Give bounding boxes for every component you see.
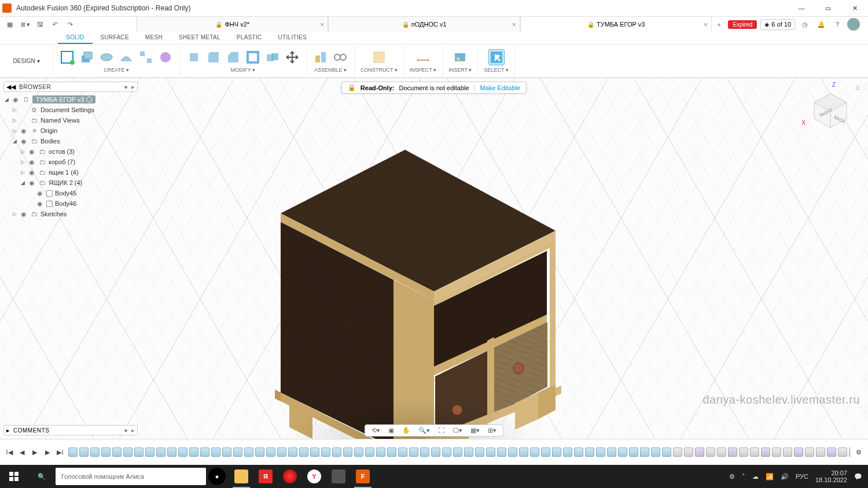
- ribbon-label-construct[interactable]: CONSTRUCT ▾: [361, 67, 398, 73]
- timeline-feature[interactable]: [343, 448, 352, 457]
- timeline-feature[interactable]: [640, 448, 649, 457]
- clock-date[interactable]: 18.10.2022: [815, 476, 847, 483]
- timeline-feature[interactable]: [420, 448, 429, 457]
- comments-panel-header[interactable]: ▸ COMMENTS ● ▸: [3, 425, 138, 435]
- browser-header[interactable]: ◀◀ BROWSER ● ▸: [3, 82, 138, 92]
- tree-item[interactable]: ◢◉🗀Bodies: [3, 136, 138, 146]
- lookat-button[interactable]: ▣: [387, 427, 396, 434]
- timeline-feature[interactable]: [508, 448, 517, 457]
- timeline-feature[interactable]: [266, 448, 275, 457]
- timeline-next-button[interactable]: ▶: [43, 448, 52, 457]
- assemble-button[interactable]: [312, 49, 329, 65]
- timeline-feature[interactable]: [497, 448, 506, 457]
- tab-mesh[interactable]: MESH: [137, 32, 171, 44]
- timeline-feature[interactable]: [816, 448, 825, 457]
- viewcube[interactable]: RIGHT BACK: [810, 90, 851, 130]
- timeline-feature[interactable]: [838, 448, 847, 457]
- timeline-feature[interactable]: [90, 448, 100, 457]
- arrow-icon[interactable]: ▸: [131, 427, 135, 434]
- insert-button[interactable]: [452, 49, 468, 65]
- timeline-play-button[interactable]: ▶: [30, 448, 39, 457]
- timeline-feature[interactable]: [750, 448, 759, 457]
- timeline-feature[interactable]: [695, 448, 704, 457]
- timeline-feature[interactable]: [574, 448, 583, 457]
- timeline-feature[interactable]: [673, 448, 682, 457]
- close-icon[interactable]: ×: [320, 20, 325, 29]
- close-icon[interactable]: ×: [704, 20, 708, 29]
- timeline-feature[interactable]: [123, 448, 133, 457]
- clock-time[interactable]: 20:07: [815, 469, 847, 476]
- ribbon-label-create[interactable]: CREATE ▾: [104, 67, 128, 73]
- tree-item[interactable]: ▷◉🗀ящик 1 (4): [3, 167, 138, 178]
- tree-item[interactable]: ◉Body46: [3, 198, 138, 209]
- timeline-feature[interactable]: [189, 448, 198, 457]
- timeline-feature[interactable]: [365, 448, 374, 457]
- timeline-feature[interactable]: [222, 448, 231, 457]
- loft-button[interactable]: [118, 49, 134, 65]
- make-editable-link[interactable]: Make Editable: [480, 84, 520, 91]
- timeline-feature[interactable]: [607, 448, 616, 457]
- timeline-feature[interactable]: [563, 448, 572, 457]
- ribbon-label-assemble[interactable]: ASSEMBLE ▾: [314, 67, 347, 73]
- timeline-feature[interactable]: [706, 448, 715, 457]
- mic-icon[interactable]: ●: [208, 468, 226, 485]
- arrow-icon[interactable]: ▸: [131, 83, 135, 91]
- tree-item[interactable]: ▷⚙Document Settings: [3, 105, 138, 115]
- viewcube-home-icon[interactable]: ⌂: [855, 83, 860, 91]
- tab-surface[interactable]: SURFACE: [93, 32, 137, 44]
- timeline-feature[interactable]: [442, 448, 451, 457]
- save-button[interactable]: 🖫: [34, 18, 46, 31]
- timeline-feature[interactable]: [761, 448, 770, 457]
- timeline-feature[interactable]: [167, 448, 176, 457]
- file-menu-button[interactable]: 🗎▾: [19, 18, 31, 31]
- tab-sheetmetal[interactable]: SHEET METAL: [171, 32, 229, 44]
- timeline-feature[interactable]: [464, 448, 473, 457]
- timeline-feature[interactable]: [134, 448, 144, 457]
- new-document-button[interactable]: ＋: [712, 17, 726, 32]
- taskbar-app-yandex[interactable]: Я: [253, 465, 278, 488]
- doc-tab-0[interactable]: 🔒 ФНЧ v2* ×: [137, 17, 328, 32]
- timeline-feature[interactable]: [321, 448, 330, 457]
- timeline-feature[interactable]: [145, 448, 155, 457]
- ribbon-label-inspect[interactable]: INSPECT ▾: [410, 67, 436, 73]
- tree-item[interactable]: ▷◉✳Origin: [3, 125, 138, 136]
- timeline-feature[interactable]: [376, 448, 385, 457]
- shell-button[interactable]: [245, 49, 261, 65]
- inspect-button[interactable]: [415, 49, 431, 65]
- timeline-feature[interactable]: [211, 448, 220, 457]
- doc-tab-1[interactable]: 🔒 пОДНОС v1 ×: [328, 17, 520, 32]
- move-button[interactable]: [284, 49, 300, 65]
- emboss-button[interactable]: [157, 49, 174, 65]
- joint-button[interactable]: [332, 49, 348, 65]
- taskbar-app-opera[interactable]: [278, 465, 302, 488]
- pattern-button[interactable]: [138, 49, 154, 65]
- display-button[interactable]: 🖵▾: [451, 427, 464, 434]
- notifications-button[interactable]: 🔔: [815, 18, 827, 31]
- timeline-prev-button[interactable]: ◀: [17, 448, 27, 457]
- timeline-feature[interactable]: [453, 448, 462, 457]
- help-button[interactable]: ?: [831, 18, 844, 31]
- timeline-feature[interactable]: [827, 448, 836, 457]
- timeline-feature[interactable]: [530, 448, 539, 457]
- timeline-feature[interactable]: [662, 448, 671, 457]
- select-button[interactable]: [488, 49, 505, 65]
- combine-button[interactable]: [264, 49, 281, 65]
- taskbar-app-game[interactable]: [326, 465, 351, 488]
- timeline-feature[interactable]: [805, 448, 814, 457]
- timeline-feature[interactable]: [684, 448, 693, 457]
- tree-item[interactable]: ◢◉🗀ЯЩИК 2 (4): [3, 178, 138, 188]
- tree-item[interactable]: ▷◉🗀Sketches: [3, 209, 138, 219]
- design-count-badge[interactable]: ◈ 6 of 10: [760, 19, 795, 30]
- ribbon-label-insert[interactable]: INSERT ▾: [448, 67, 472, 73]
- window-minimize-button[interactable]: —: [788, 0, 815, 17]
- timeline-feature[interactable]: [409, 448, 418, 457]
- viewport-button[interactable]: ⊞▾: [486, 427, 498, 434]
- presspull-button[interactable]: [186, 49, 202, 65]
- fillet-button[interactable]: [205, 49, 222, 65]
- doc-tab-2[interactable]: 🔒 ТУМБА ЕГОР v3 ×: [520, 17, 712, 32]
- timeline-settings-button[interactable]: ⚙: [854, 448, 863, 457]
- tree-item[interactable]: ◉Body45: [3, 188, 138, 198]
- tray-wifi-icon[interactable]: 📶: [766, 473, 774, 480]
- start-button[interactable]: [0, 465, 28, 488]
- collapse-icon[interactable]: ◀◀: [6, 83, 16, 91]
